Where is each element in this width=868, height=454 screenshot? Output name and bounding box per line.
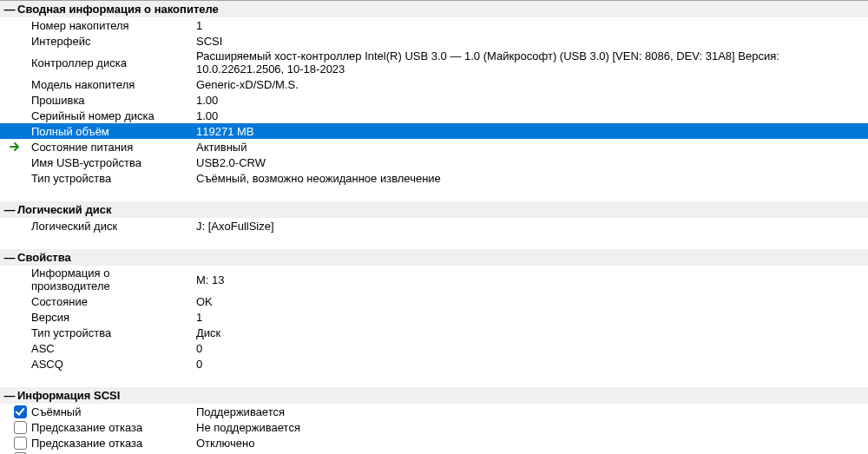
value-interface: SCSI xyxy=(196,35,868,48)
section-title: Свойства xyxy=(17,251,71,264)
row-device-type[interactable]: Тип устройстваСъёмный, возможно неожидан… xyxy=(0,170,868,186)
row-firmware[interactable]: Прошивка1.00 xyxy=(0,92,868,108)
label-firmware: Прошивка xyxy=(31,94,196,107)
value-logical-disk: J: [AxoFullSize] xyxy=(196,220,868,233)
label-ascq: ASCQ xyxy=(31,358,196,371)
label-fail-predict-1: Предсказание отказа xyxy=(31,421,196,434)
value-usb-device-name: USB2.0-CRW xyxy=(196,156,868,169)
section-header-summary[interactable]: — Сводная информация о накопителе xyxy=(0,1,868,17)
label-version: Версия xyxy=(31,311,196,324)
row-dev-type[interactable]: Тип устройстваДиск xyxy=(0,325,868,340)
value-removable: Поддерживается xyxy=(196,405,868,418)
value-ascq: 0 xyxy=(196,358,868,371)
checkbox-removable[interactable] xyxy=(14,405,27,418)
row-fail-predict-2[interactable]: Предсказание отказаОтключено xyxy=(0,435,868,451)
label-usb-device-name: Имя USB-устройства xyxy=(31,156,196,169)
value-power-state: Активный xyxy=(196,141,868,154)
section-title: Информация SCSI xyxy=(17,389,120,402)
minus-icon: — xyxy=(3,204,16,215)
section-title: Логический диск xyxy=(17,203,111,216)
label-fail-predict-2: Предсказание отказа xyxy=(31,437,196,450)
row-logical-disk[interactable]: Логический дискJ: [AxoFullSize] xyxy=(0,218,868,234)
row-version[interactable]: Версия1 xyxy=(0,309,868,325)
value-fail-predict-2: Отключено xyxy=(196,437,868,450)
label-interface: Интерфейс xyxy=(31,35,196,48)
label-removable: Съёмный xyxy=(31,405,196,418)
label-asc: ASC xyxy=(31,342,196,355)
row-short-selftest[interactable]: Краткая самопроверкаНе поддерживается xyxy=(0,451,868,454)
row-vendor-info[interactable]: Информация о производителеM: 13 xyxy=(0,266,868,293)
row-ascq[interactable]: ASCQ0 xyxy=(0,356,868,372)
checkbox-fail-predict-1[interactable] xyxy=(14,421,27,434)
row-disk-controller[interactable]: Контроллер дискаРасширяемый хост-контрол… xyxy=(0,49,868,76)
logical-rows: Логический дискJ: [AxoFullSize] xyxy=(0,218,868,234)
label-disk-controller: Контроллер диска xyxy=(31,56,196,69)
row-full-size[interactable]: Полный объём119271 MB xyxy=(0,123,868,139)
minus-icon: — xyxy=(3,252,16,263)
row-fail-predict-1[interactable]: Предсказание отказаНе поддерживается xyxy=(0,419,868,435)
value-fail-predict-1: Не поддерживается xyxy=(196,421,868,434)
value-dev-type: Диск xyxy=(196,326,868,339)
value-firmware: 1.00 xyxy=(196,94,868,107)
value-state: OK xyxy=(196,295,868,308)
row-state[interactable]: СостояниеOK xyxy=(0,293,868,309)
checkbox-fail-predict-2[interactable] xyxy=(14,437,27,450)
value-asc: 0 xyxy=(196,342,868,355)
value-disk-controller: Расширяемый хост-контроллер Intel(R) USB… xyxy=(196,49,868,76)
label-state: Состояние xyxy=(31,295,196,308)
row-drive-number[interactable]: Номер накопителя1 xyxy=(0,17,868,33)
arrow-right-icon xyxy=(10,141,22,152)
row-power-state[interactable]: Состояние питанияАктивный xyxy=(0,139,868,155)
value-serial-number: 1.00 xyxy=(196,109,868,122)
label-logical-disk: Логический диск xyxy=(31,220,196,233)
row-serial-number[interactable]: Серийный номер диска1.00 xyxy=(0,108,868,123)
label-device-type: Тип устройства xyxy=(31,172,196,185)
section-header-scsi[interactable]: — Информация SCSI xyxy=(0,387,868,404)
label-serial-number: Серийный номер диска xyxy=(31,109,196,122)
properties-rows: Информация о производителеM: 13Состояние… xyxy=(0,266,868,372)
row-usb-device-name[interactable]: Имя USB-устройстваUSB2.0-CRW xyxy=(0,155,868,170)
scsi-rows: СъёмныйПоддерживаетсяПредсказание отказа… xyxy=(0,404,868,454)
minus-icon: — xyxy=(3,3,16,15)
section-header-logical[interactable]: — Логический диск xyxy=(0,201,868,218)
row-removable[interactable]: СъёмныйПоддерживается xyxy=(0,404,868,419)
label-drive-number: Номер накопителя xyxy=(31,19,196,32)
value-device-type: Съёмный, возможно неожиданное извлечение xyxy=(196,172,868,185)
value-full-size: 119271 MB xyxy=(196,125,868,138)
summary-rows: Номер накопителя1ИнтерфейсSCSIКонтроллер… xyxy=(0,17,868,186)
value-version: 1 xyxy=(196,311,868,324)
label-power-state: Состояние питания xyxy=(31,141,196,154)
value-drive-number: 1 xyxy=(196,19,868,32)
row-drive-model[interactable]: Модель накопителяGeneric-xD/SD/M.S. xyxy=(0,76,868,92)
label-full-size: Полный объём xyxy=(31,125,196,138)
minus-icon: — xyxy=(3,390,16,401)
row-asc[interactable]: ASC0 xyxy=(0,340,868,356)
value-vendor-info: M: 13 xyxy=(196,273,868,286)
label-drive-model: Модель накопителя xyxy=(31,78,196,91)
row-interface[interactable]: ИнтерфейсSCSI xyxy=(0,33,868,49)
section-title: Сводная информация о накопителе xyxy=(17,3,219,16)
section-header-properties[interactable]: — Свойства xyxy=(0,249,868,266)
label-dev-type: Тип устройства xyxy=(31,326,196,339)
value-drive-model: Generic-xD/SD/M.S. xyxy=(196,78,868,91)
label-vendor-info: Информация о производителе xyxy=(31,266,196,293)
